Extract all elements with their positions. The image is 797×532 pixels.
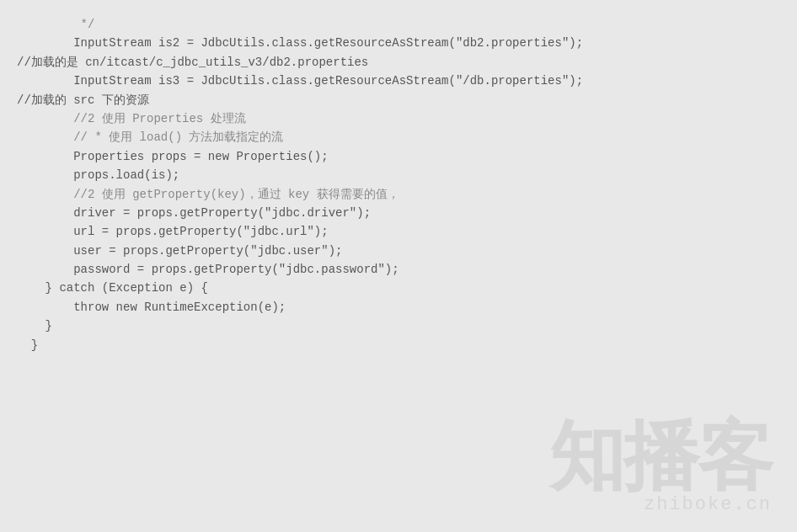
- code-block: */ InputStream is2 = JdbcUtils.class.get…: [0, 8, 797, 361]
- code-line: throw new RuntimeException(e);: [0, 298, 797, 317]
- code-line: //加载的 src 下的资源: [0, 91, 797, 109]
- code-line: // * 使用 load() 方法加载指定的流: [0, 128, 797, 146]
- code-line: InputStream is3 = JdbcUtils.class.getRes…: [0, 72, 797, 90]
- code-line: }: [0, 317, 797, 335]
- code-line: user = props.getProperty("jdbc.user");: [0, 242, 797, 260]
- code-line: InputStream is2 = JdbcUtils.class.getRes…: [0, 34, 797, 52]
- code-line: props.load(is);: [0, 166, 797, 184]
- code-line: //2 使用 getProperty(key)，通过 key 获得需要的值，: [0, 185, 797, 204]
- watermark-large: 知播客: [549, 418, 772, 494]
- watermark-small: zhiboke.cn: [644, 494, 772, 515]
- code-line: Properties props = new Properties();: [0, 147, 797, 166]
- code-container: */ InputStream is2 = JdbcUtils.class.get…: [0, 0, 797, 532]
- code-line: password = props.getProperty("jdbc.passw…: [0, 260, 797, 279]
- watermark: 知播客 zhiboke.cn: [549, 418, 772, 515]
- code-line: //2 使用 Properties 处理流: [0, 109, 797, 128]
- code-line: driver = props.getProperty("jdbc.driver"…: [0, 204, 797, 222]
- code-line: //加载的是 cn/itcast/c_jdbc_utils_v3/db2.pro…: [0, 53, 797, 72]
- code-line: url = props.getProperty("jdbc.url");: [0, 222, 797, 241]
- code-line: }: [0, 336, 797, 354]
- code-line: */: [0, 15, 797, 34]
- code-line: } catch (Exception e) {: [0, 279, 797, 297]
